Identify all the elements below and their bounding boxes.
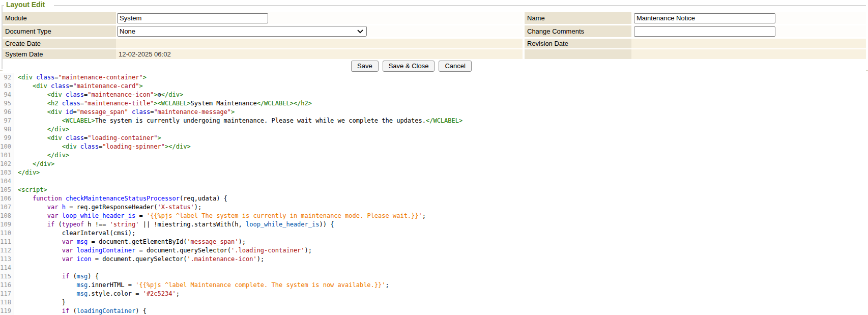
line-number: 93 (0, 82, 14, 91)
code-line-content: <WCLABEL>The system is currently undergo… (14, 117, 462, 125)
code-line: 104 (0, 177, 868, 186)
cancel-button[interactable]: Cancel (439, 61, 471, 72)
code-line: 108 var loop_while_header_is = '{{%pjs ^… (0, 212, 868, 220)
save-close-button[interactable]: Save & Close (383, 61, 435, 72)
code-line: 92<div class="maintenance-container"> (0, 73, 868, 82)
form-row-create-revision: Create Date Revision Date (3, 39, 866, 48)
code-line: 94 <div class="maintenance-icon">⚙</div> (0, 91, 868, 99)
code-line-content: <div id="message_span" class="maintenanc… (14, 108, 235, 117)
code-line-content: var icon = document.querySelector('.main… (14, 255, 264, 264)
code-line: 102 </div> (0, 160, 868, 168)
form-row-system-date: System Date 12-02-2025 06:02 (3, 49, 866, 59)
document-type-label: Document Type (3, 25, 116, 37)
line-number: 114 (0, 264, 14, 272)
line-number: 110 (0, 229, 14, 238)
code-line-content: function checkMaintenanceStatusProcessor… (14, 194, 227, 203)
code-line-content: clearInterval(cmsi); (14, 229, 135, 238)
line-number: 107 (0, 203, 14, 212)
code-line: 95 <h2 class="maintenance-title"><WCLABE… (0, 99, 868, 108)
code-line-content: <div class="loading-container"> (14, 134, 161, 142)
create-date-label: Create Date (3, 39, 116, 48)
line-number: 94 (0, 91, 14, 99)
code-line: 109 if (typeof h !== 'string' || !miestr… (0, 220, 868, 229)
line-number: 115 (0, 272, 14, 281)
line-number: 117 (0, 290, 14, 298)
code-line-content: msg.innerHTML = '{{%pjs ^label Maintenan… (14, 281, 389, 290)
form-grid: Module Name Document Type None (3, 12, 866, 72)
document-type-select[interactable]: None (117, 26, 367, 37)
line-number: 109 (0, 220, 14, 229)
form-actions: Save Save & Close Cancel (3, 60, 866, 72)
code-line: 113 var icon = document.querySelector('.… (0, 255, 868, 264)
code-line-content: </div> (14, 160, 54, 168)
empty-label-cell (525, 49, 631, 59)
line-number: 108 (0, 212, 14, 220)
code-line: 100 <div class="loading-spinner"></div> (0, 142, 868, 151)
line-number: 103 (0, 168, 14, 177)
code-line: 112 var loadingContainer = document.quer… (0, 246, 868, 255)
name-label: Name (525, 12, 631, 24)
code-line: 115 if (msg) { (0, 272, 868, 281)
line-number: 98 (0, 125, 14, 134)
code-line: 110 clearInterval(cmsi); (0, 229, 868, 238)
name-input[interactable] (634, 13, 775, 23)
form-row-doctype-comments: Document Type None Change Comments (3, 25, 866, 37)
save-button[interactable]: Save (351, 61, 379, 72)
line-number: 118 (0, 298, 14, 307)
page-title: Layout Edit (5, 1, 46, 9)
system-date-value: 12-02-2025 06:02 (116, 50, 171, 58)
form-row-module-name: Module Name (3, 12, 866, 24)
line-number: 97 (0, 117, 14, 125)
code-line-content: <div class="maintenance-icon">⚙</div> (14, 91, 183, 99)
code-line-content: </div> (14, 125, 69, 134)
code-line: 119 if (loadingContainer) { (0, 307, 868, 315)
code-line-content: if (msg) { (14, 272, 99, 281)
change-comments-input[interactable] (634, 26, 775, 37)
code-line: 99 <div class="loading-container"> (0, 134, 868, 142)
code-line-content: </div> (14, 168, 40, 177)
code-line: 117 msg.style.color = '#2c5234'; (0, 290, 868, 298)
code-line-content: <h2 class="maintenance-title"><WCLABEL>S… (14, 99, 312, 108)
line-number: 104 (0, 177, 14, 186)
line-number: 119 (0, 307, 14, 315)
module-label: Module (3, 12, 116, 24)
revision-date-label: Revision Date (525, 39, 631, 48)
line-number: 100 (0, 142, 14, 151)
line-number: 113 (0, 255, 14, 264)
line-number: 111 (0, 238, 14, 246)
code-line: 107 var h = req.getResponseHeader('X-sta… (0, 203, 868, 212)
code-line: 101 </div> (0, 151, 868, 160)
code-line-content (14, 177, 18, 186)
line-number: 99 (0, 134, 14, 142)
code-editor[interactable]: 92<div class="maintenance-container">93 … (0, 70, 868, 315)
code-line: 116 msg.innerHTML = '{{%pjs ^label Maint… (0, 281, 868, 290)
code-line-content (14, 264, 18, 272)
line-number: 101 (0, 151, 14, 160)
code-line: 114 (0, 264, 868, 272)
line-number: 102 (0, 160, 14, 168)
code-line-content: var h = req.getResponseHeader('X-status'… (14, 203, 201, 212)
code-line-content: if (typeof h !== 'string' || !miestring.… (14, 220, 334, 229)
line-number: 95 (0, 99, 14, 108)
line-number: 112 (0, 246, 14, 255)
code-line: 106 function checkMaintenanceStatusProce… (0, 194, 868, 203)
code-line-content: var loop_while_header_is = '{{%pjs ^labe… (14, 212, 426, 220)
code-line: 96 <div id="message_span" class="mainten… (0, 108, 868, 117)
module-input[interactable] (117, 13, 268, 23)
code-line: 118 } (0, 298, 868, 307)
code-line-content: var loadingContainer = document.querySel… (14, 246, 312, 255)
code-line: 103</div> (0, 168, 868, 177)
code-line-content: <div class="loading-spinner"></div> (14, 142, 191, 151)
line-number: 96 (0, 108, 14, 117)
layout-edit-fieldset: Layout Edit Module Name Document Type (0, 0, 868, 70)
line-number: 92 (0, 73, 14, 82)
code-line: 98 </div> (0, 125, 868, 134)
code-line-content: if (loadingContainer) { (14, 307, 147, 315)
code-line-content: msg.style.color = '#2c5234'; (14, 290, 180, 298)
code-line: 105<script> (0, 186, 868, 194)
code-line-content: } (14, 298, 66, 307)
line-number: 106 (0, 194, 14, 203)
code-line: 93 <div class="maintenance-card"> (0, 82, 868, 91)
code-line: 111 var msg = document.getElementById('m… (0, 238, 868, 246)
code-line-content: </div> (14, 151, 69, 160)
